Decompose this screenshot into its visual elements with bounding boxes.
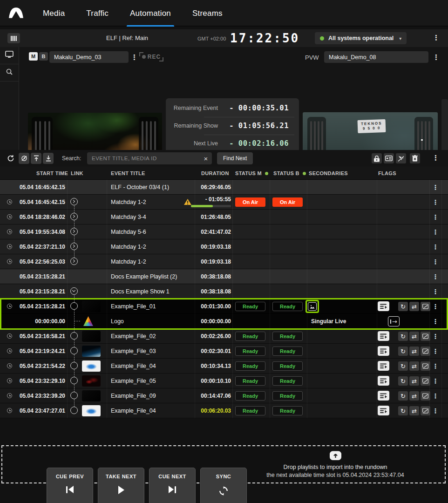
- row-kebab-icon[interactable]: ⋮: [432, 403, 439, 418]
- row-kebab-icon[interactable]: ⋮: [432, 180, 439, 195]
- delete-icon[interactable]: [410, 153, 420, 163]
- out-transition-icon[interactable]: →: [388, 316, 400, 326]
- rundown-row[interactable]: 05.04 23:32:39.20Example_File_0900:14:47…: [0, 388, 448, 403]
- rundown-row[interactable]: 05.04 23:15:28.21Docs Example Show 100:3…: [0, 284, 448, 299]
- status-m-badge[interactable]: Ready: [235, 302, 265, 311]
- link-circle-icon[interactable]: [70, 362, 78, 369]
- loop-flag-icon[interactable]: ↻: [398, 332, 408, 341]
- playlist-flag-icon[interactable]: [378, 391, 389, 401]
- row-kebab-icon[interactable]: ⋮: [432, 254, 439, 269]
- row-kebab-icon[interactable]: ⋮: [432, 239, 439, 254]
- swap-flag-icon[interactable]: ⇄: [409, 332, 419, 341]
- no-graphics-flag-icon[interactable]: [421, 361, 430, 371]
- link-chevron-right-icon[interactable]: [70, 198, 78, 205]
- rundown-row[interactable]: 05.04 23:21:54.22Example_File_0400:10:34…: [0, 359, 448, 374]
- status-m-badge[interactable]: Ready: [235, 376, 265, 386]
- tab-traffic[interactable]: Traffic: [86, 0, 109, 27]
- status-b-badge[interactable]: Ready: [272, 347, 303, 356]
- makalu-logo-icon[interactable]: [7, 5, 25, 23]
- link-circle-icon[interactable]: [70, 392, 78, 399]
- system-status-dropdown[interactable]: All systems operational ▾: [315, 32, 407, 44]
- no-graphics-flag-icon[interactable]: [421, 302, 430, 311]
- status-b-badge[interactable]: On Air: [272, 197, 303, 207]
- cue-prev-button[interactable]: CUE PREV: [47, 468, 93, 503]
- rundown-row[interactable]: 05.04 16:45:42.15ELF - October 03/4 (1)0…: [0, 180, 448, 195]
- playlist-flag-icon[interactable]: [378, 331, 389, 341]
- row-kebab-icon[interactable]: ⋮: [432, 299, 439, 314]
- no-edit-icon[interactable]: [396, 153, 406, 163]
- row-kebab-icon[interactable]: ⋮: [432, 284, 439, 299]
- swap-flag-icon[interactable]: ⇄: [409, 376, 419, 386]
- pvw-kebab-icon[interactable]: ⋮: [433, 54, 440, 61]
- link-chevron-right-icon[interactable]: [70, 243, 78, 250]
- cue-next-button[interactable]: CUE NEXT: [149, 468, 196, 503]
- link-circle-icon[interactable]: [70, 302, 78, 310]
- playlist-flag-icon[interactable]: [378, 301, 389, 311]
- pvw-name-input[interactable]: [324, 51, 428, 63]
- autoscroll-off-icon[interactable]: [19, 153, 29, 164]
- loop-flag-icon[interactable]: ↻: [398, 361, 408, 371]
- badge-backup[interactable]: B: [39, 52, 48, 61]
- no-graphics-flag-icon[interactable]: [421, 332, 430, 341]
- swap-flag-icon[interactable]: ⇄: [409, 361, 419, 371]
- layout-grid-icon[interactable]: [7, 33, 20, 43]
- link-chevron-right-icon[interactable]: [70, 258, 78, 265]
- row-kebab-icon[interactable]: ⋮: [432, 314, 439, 329]
- statusbar-kebab-icon[interactable]: ⋮: [433, 34, 440, 41]
- search-input[interactable]: [87, 156, 200, 161]
- row-kebab-icon[interactable]: ⋮: [432, 344, 439, 359]
- no-graphics-flag-icon[interactable]: [421, 347, 430, 356]
- link-chevron-down-icon[interactable]: [70, 287, 78, 295]
- rec-button[interactable]: REC: [139, 52, 163, 62]
- no-graphics-flag-icon[interactable]: [421, 406, 430, 415]
- rundown-row[interactable]: 05.04 23:16:58.21Example_File_0200:02:26…: [0, 329, 448, 344]
- no-graphics-flag-icon[interactable]: [421, 376, 430, 386]
- secondary-graphic-indicator[interactable]: [305, 300, 319, 313]
- swap-flag-icon[interactable]: ⇄: [409, 406, 419, 415]
- row-kebab-icon[interactable]: ⋮: [432, 374, 439, 388]
- toolbar-kebab-icon[interactable]: ⋮: [432, 155, 439, 162]
- link-circle-icon[interactable]: [70, 377, 78, 384]
- playlist-flag-icon[interactable]: [378, 376, 389, 386]
- link-chevron-right-icon[interactable]: [70, 213, 78, 220]
- swap-flag-icon[interactable]: ⇄: [409, 347, 419, 356]
- swap-flag-icon[interactable]: ⇄: [409, 302, 419, 311]
- player-kebab-icon[interactable]: ⋮: [131, 54, 138, 61]
- player-name-input[interactable]: [49, 51, 129, 63]
- take-next-button[interactable]: TAKE NEXT: [98, 468, 144, 503]
- rundown-row[interactable]: 05.04 19:55:34.08Matchday 5-602:41:47.02…: [0, 224, 448, 239]
- no-graphics-flag-icon[interactable]: [421, 391, 430, 401]
- sidebar-item-search[interactable]: [0, 64, 19, 82]
- row-kebab-icon[interactable]: ⋮: [432, 269, 439, 284]
- status-b-badge[interactable]: Ready: [272, 376, 303, 386]
- tab-automation[interactable]: Automation: [130, 0, 171, 27]
- link-chevron-right-icon[interactable]: [70, 228, 78, 235]
- loop-flag-icon[interactable]: ↻: [398, 347, 408, 356]
- row-kebab-icon[interactable]: ⋮: [432, 195, 439, 210]
- tab-media[interactable]: Media: [43, 0, 65, 27]
- status-m-badge[interactable]: Ready: [235, 361, 265, 371]
- status-m-badge[interactable]: Ready: [235, 332, 265, 341]
- status-b-badge[interactable]: Ready: [272, 361, 303, 371]
- rundown-row[interactable]: 05.04 23:32:29.10Example_File_0500:00:10…: [0, 374, 448, 388]
- link-circle-icon[interactable]: [70, 347, 78, 354]
- rundown-row[interactable]: 05.04 23:47:27.01Example_File_0400:06:20…: [0, 403, 448, 418]
- find-next-button[interactable]: Find Next: [217, 152, 253, 164]
- loop-flag-icon[interactable]: ↻: [398, 406, 408, 415]
- status-b-badge[interactable]: Ready: [272, 332, 303, 341]
- row-kebab-icon[interactable]: ⋮: [432, 210, 439, 224]
- playlist-flag-icon[interactable]: [378, 406, 389, 415]
- row-kebab-icon[interactable]: ⋮: [432, 329, 439, 344]
- rundown-row[interactable]: 05.04 23:15:28.21Docs Example Playlist (…: [0, 269, 448, 284]
- playlist-flag-icon[interactable]: [378, 361, 389, 371]
- rundown-row[interactable]: 05.04 22:56:25.03Matchday 1-200:19:03.18…: [0, 254, 448, 269]
- status-b-badge[interactable]: Ready: [272, 391, 303, 401]
- link-circle-icon[interactable]: [70, 332, 78, 340]
- rundown-row[interactable]: 00:00:00.00Logo00:00:00.00Singular Live→…: [0, 314, 448, 329]
- lock-icon[interactable]: [372, 153, 382, 163]
- row-kebab-icon[interactable]: ⋮: [432, 224, 439, 239]
- media-id-view-icon[interactable]: [384, 153, 394, 163]
- status-m-badge[interactable]: On Air: [235, 197, 265, 207]
- rundown-row[interactable]: 05.04 16:45:42.15Matchday 1-2- 01:05:55O…: [0, 195, 448, 210]
- status-b-badge[interactable]: Ready: [272, 302, 303, 311]
